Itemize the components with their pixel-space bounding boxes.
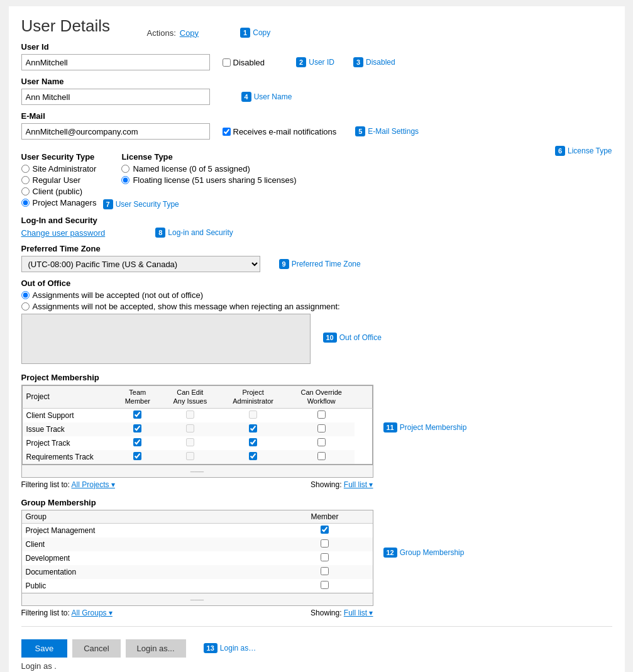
can-edit-cb[interactable] [186,424,194,432]
annotation-2-badge: 2 [296,57,306,67]
radio-floating-license: Floating license (51 users sharing 5 lic… [121,175,296,185]
member-cb[interactable] [321,553,329,561]
radio-project-managers: Project Managers [21,198,97,207]
team-member-cb[interactable] [133,424,141,432]
project-admin-cb[interactable] [249,452,257,460]
project-name: Requirements Track [22,450,113,465]
group-table: Group Member Project Management Client [22,510,373,593]
project-admin-cb[interactable] [249,438,257,446]
login-as-button[interactable]: Login as... [126,639,186,658]
group-filter-all-groups[interactable]: All Groups ▾ [72,609,113,617]
annotation-7-badge: 7 [103,199,113,209]
radio-floating-license-input[interactable] [121,176,129,184]
project-showing-fulllist[interactable]: Full list ▾ [344,480,373,489]
can-edit-cb[interactable] [186,410,194,419]
oof-accepted-input[interactable] [21,291,30,299]
project-filter-all-projects[interactable]: All Projects ▾ [72,480,115,489]
annotation-6-label: License Type [568,146,612,155]
can-edit-cell [162,422,218,436]
user-name-label: User Name [21,77,612,86]
annotation-3-badge: 3 [353,57,363,67]
user-name-input[interactable] [21,89,210,105]
can-override-cell [288,436,355,450]
bottom-buttons: Save Cancel Login as... 13 Login as… [21,639,612,658]
annotation-1-label: Copy [253,28,270,37]
actions-label: Actions: [147,28,176,38]
save-button[interactable]: Save [21,639,68,658]
can-override-cb[interactable] [317,438,326,446]
member-cb[interactable] [321,567,329,575]
col-team-member: TeamMember [113,386,162,409]
project-admin-cb[interactable] [249,424,257,432]
can-override-cb[interactable] [317,424,326,432]
member-cb[interactable] [321,526,329,534]
radio-regular-user: Regular User [21,175,97,185]
project-table: Project TeamMember Can EditAny Issues Pr… [22,385,373,465]
member-cell [277,579,372,593]
can-edit-cb[interactable] [186,452,194,460]
project-admin-cb[interactable] [249,410,257,419]
annotation-3-label: Disabled [366,58,395,67]
can-edit-cell [162,450,218,465]
list-item: Project Management [22,523,373,537]
table-row: Requirements Track [22,450,372,465]
radio-regular-user-input[interactable] [21,176,30,184]
annotation-11-badge: 11 [383,422,397,432]
project-admin-cell [218,436,288,450]
team-member-cb[interactable] [133,410,141,419]
annotation-8-label: Log-in and Security [168,228,233,237]
cancel-button[interactable]: Cancel [72,639,120,658]
radio-client-input[interactable] [21,187,30,196]
email-notifications-checkbox[interactable] [223,128,231,136]
radio-named-license: Named license (0 of 5 assigned) [121,164,296,174]
member-cell [277,523,372,537]
can-edit-cell [162,408,218,422]
radio-floating-license-label: Floating license (51 users sharing 5 lic… [133,175,296,185]
member-cb[interactable] [321,539,329,548]
annotation-12-label: Group Membership [400,548,465,557]
change-password-link[interactable]: Change user password [21,228,106,238]
oof-accepted-label: Assignments will be accepted (not out of… [33,290,203,300]
user-security-section: User Security Type Site Administrator Re… [21,146,97,209]
annotation-11-label: Project Membership [400,423,467,432]
member-cb[interactable] [321,581,329,589]
group-showing-fulllist[interactable]: Full list ▾ [344,609,373,617]
annotation-8-badge: 8 [155,228,165,238]
radio-named-license-input[interactable] [121,165,129,173]
disabled-checkbox[interactable] [223,58,231,67]
can-override-cell [288,408,355,422]
annotation-13-label: Login as… [220,644,256,653]
group-table-scroll[interactable]: Group Member Project Management Client [21,510,373,593]
user-security-label: User Security Type [21,152,97,162]
project-admin-cell [218,408,288,422]
radio-project-managers-input[interactable] [21,199,30,207]
copy-link[interactable]: Copy [180,28,199,38]
radio-site-admin-input[interactable] [21,165,30,173]
email-input[interactable] [21,123,210,140]
page-container: User Details Actions: Copy 1 Copy User I… [9,6,625,672]
team-member-cell [113,436,162,450]
annotation-5-label: E-Mail Settings [368,127,419,136]
team-member-cb[interactable] [133,452,141,460]
oof-rejected-input[interactable] [21,302,30,311]
annotation-9-label: Preferred Time Zone [292,260,361,268]
project-table-scroll[interactable]: Project TeamMember Can EditAny Issues Pr… [21,385,373,465]
user-id-input[interactable] [21,54,210,70]
project-filtering-label: Filtering list to: [21,480,70,489]
email-notifications-label: Receives e-mail notifications [223,127,337,136]
annotation-1-badge: 1 [240,28,250,38]
can-override-cb[interactable] [317,410,326,419]
group-filtering-label: Filtering list to: [21,609,70,617]
email-label: E-Mail [21,111,612,121]
oof-message-textarea[interactable] [21,314,311,364]
list-item: Client [22,537,373,551]
timezone-select[interactable]: (UTC-08:00) Pacific Time (US & Canada) (… [21,256,260,272]
can-override-cb[interactable] [317,452,326,460]
project-name: Client Support [22,408,113,422]
user-id-label: User Id [21,42,612,52]
group-name: Client [22,537,277,551]
radio-regular-user-label: Regular User [33,175,81,185]
team-member-cb[interactable] [133,438,141,446]
group-name: Public [22,579,277,593]
can-edit-cb[interactable] [186,438,194,446]
